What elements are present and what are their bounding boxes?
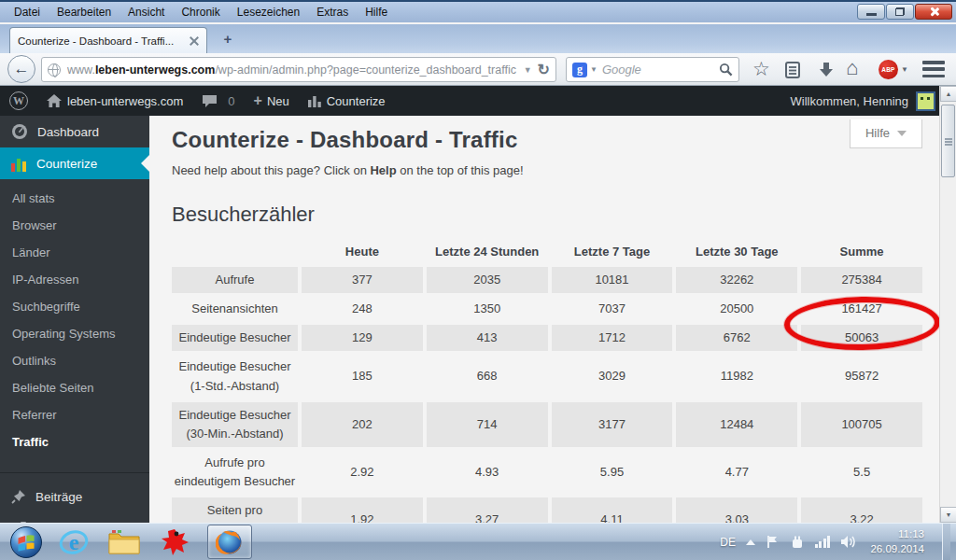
vertical-scrollbar[interactable]: ▲ ▼ — [939, 86, 956, 523]
counterize-adminbar-menu[interactable]: Counterize — [299, 86, 395, 116]
new-content-menu[interactable]: +Neu — [245, 86, 299, 116]
volume-icon[interactable] — [840, 535, 856, 549]
table-row: Seitenansichten2481350703720500161427 — [172, 296, 922, 322]
help-dropdown-button[interactable]: Hilfe — [850, 119, 922, 148]
submenu-item-operating-systems[interactable]: Operating Systems — [0, 320, 149, 347]
sidebar-item-media[interactable]: Medien — [0, 512, 149, 523]
stat-cell: 248 — [302, 296, 423, 322]
submenu-item-browser[interactable]: Browser — [0, 212, 149, 239]
close-icon — [929, 7, 939, 17]
adminbar-account-menu[interactable]: Willkommen, Henning — [791, 91, 956, 111]
restore-button[interactable] — [886, 4, 914, 20]
bookmark-star-icon[interactable]: ☆ — [752, 58, 770, 80]
stat-cell: 1350 — [427, 296, 548, 322]
submenu-item-outlinks[interactable]: Outlinks — [0, 347, 149, 374]
search-placeholder: Google — [602, 63, 719, 77]
plus-icon: + — [254, 92, 262, 109]
home-icon — [47, 94, 62, 108]
firefox-titlebar-menubar: DateiBearbeitenAnsichtChronikLesezeichen… — [0, 0, 956, 22]
dashboard-gauge-icon — [11, 123, 28, 140]
stat-cell: 3177 — [552, 402, 673, 447]
stat-cell: 3.03 — [676, 497, 797, 523]
scroll-up-icon[interactable]: ▲ — [940, 86, 956, 102]
network-signal-icon[interactable] — [815, 536, 831, 548]
stat-cell: 275384 — [801, 267, 922, 293]
search-input[interactable]: g ▼ Google — [566, 57, 739, 82]
sidebar-item-posts[interactable]: Beiträge — [0, 481, 149, 512]
language-indicator[interactable]: DE — [720, 536, 736, 549]
stat-cell: 3.22 — [801, 497, 922, 523]
minimize-button[interactable] — [857, 4, 885, 20]
reload-icon[interactable]: ↻ — [538, 61, 550, 78]
url-bar[interactable]: www.leben-unterwegs.com/wp-admin/admin.p… — [41, 57, 556, 82]
red-app-icon[interactable] — [155, 525, 194, 560]
close-button[interactable] — [915, 4, 952, 20]
file-explorer-icon[interactable] — [105, 525, 144, 560]
show-desktop-button[interactable] — [942, 524, 950, 560]
menu-bearbeiten[interactable]: Bearbeiten — [49, 3, 120, 21]
scrollbar-thumb[interactable] — [941, 105, 955, 177]
power-plug-icon[interactable] — [790, 535, 805, 550]
new-tab-button[interactable]: + — [217, 32, 239, 48]
submenu-item-suchbegriffe[interactable]: Suchbegriffe — [0, 293, 149, 320]
stat-cell: 1.92 — [302, 497, 423, 523]
submenu-item-l-nder[interactable]: Länder — [0, 239, 149, 266]
submenu-item-referrer[interactable]: Referrer — [0, 401, 149, 428]
start-button[interactable] — [9, 525, 43, 559]
scroll-down-icon[interactable]: ▼ — [940, 507, 956, 523]
close-tab-icon[interactable] — [190, 36, 199, 46]
visitor-stats-table: HeuteLetzte 24 StundenLetzte 7 TageLetzt… — [168, 236, 926, 523]
wp-admin-sidebar: Dashboard Counterize All statsBrowserLän… — [0, 116, 149, 523]
sidebar-item-counterize[interactable]: Counterize — [0, 147, 149, 179]
adblock-plus-icon[interactable]: ABP — [879, 60, 898, 79]
internet-explorer-icon[interactable]: e — [54, 525, 93, 560]
back-button[interactable]: ← — [7, 55, 35, 83]
downloads-icon[interactable] — [818, 63, 835, 78]
window-controls — [857, 4, 952, 20]
browser-tab[interactable]: Counterize - Dashboard - Traffi... — [9, 27, 207, 53]
row-label: Aufrufe — [172, 267, 298, 293]
menu-extras[interactable]: Extras — [308, 3, 357, 21]
stat-cell: 2035 — [427, 267, 548, 293]
home-icon[interactable]: ⌂ — [846, 58, 858, 78]
menu-lesezeichen[interactable]: Lesezeichen — [229, 3, 308, 21]
submenu-item-traffic[interactable]: Traffic — [0, 428, 149, 455]
engine-dropdown-icon[interactable]: ▼ — [590, 65, 598, 74]
tab-strip: Counterize - Dashboard - Traffi... + — [0, 24, 956, 53]
stat-cell: 3.27 — [427, 497, 548, 523]
comments-menu[interactable]: 0 — [192, 86, 244, 116]
site-identity-icon[interactable] — [48, 63, 61, 77]
bar-chart-icon — [308, 94, 321, 107]
sidebar-item-dashboard[interactable]: Dashboard — [0, 116, 149, 147]
counterize-bars-icon — [11, 156, 27, 172]
taskbar-clock[interactable]: 11:13 26.09.2014 — [870, 527, 924, 556]
tray-expand-icon[interactable] — [746, 539, 755, 545]
search-icon[interactable] — [719, 63, 733, 77]
desktop-screen: DateiBearbeitenAnsichtChronikLesezeichen… — [0, 0, 956, 560]
menu-chronik[interactable]: Chronik — [173, 3, 228, 21]
wp-logo-menu[interactable]: W — [0, 86, 37, 116]
google-engine-icon[interactable]: g — [572, 63, 587, 77]
stat-cell: 2.92 — [302, 450, 423, 495]
action-center-flag-icon[interactable] — [766, 535, 780, 549]
table-row: Eindeutige Besucher (30-Min.-Abstand)202… — [172, 402, 922, 447]
submenu-item-beliebte-seiten[interactable]: Beliebte Seiten — [0, 374, 149, 401]
menu-datei[interactable]: Datei — [6, 3, 49, 21]
submenu-item-ip-adressen[interactable]: IP-Adressen — [0, 266, 149, 293]
submenu-item-all-stats[interactable]: All stats — [0, 185, 149, 212]
firefox-taskbar-button[interactable] — [207, 525, 252, 559]
row-label: Seitenansichten — [172, 296, 298, 322]
menu-hilfe[interactable]: Hilfe — [357, 3, 396, 21]
site-name-menu[interactable]: leben-unterwegs.com — [37, 86, 192, 116]
menu-ansicht[interactable]: Ansicht — [120, 3, 173, 21]
stat-cell: 4.93 — [427, 450, 548, 495]
stat-cell: 12484 — [676, 402, 797, 447]
wp-admin-bar: W leben-unterwegs.com 0 +Neu Counterize … — [0, 86, 956, 116]
url-text[interactable]: www.leben-unterwegs.com/wp-admin/admin.p… — [67, 63, 520, 77]
hamburger-menu-icon[interactable] — [922, 61, 945, 77]
url-dropdown-icon[interactable]: ▼ — [524, 65, 532, 75]
counterize-submenu: All statsBrowserLänderIP-AdressenSuchbeg… — [0, 179, 149, 463]
bookmarks-menu-icon[interactable] — [784, 62, 801, 78]
abp-dropdown-icon[interactable]: ▼ — [901, 65, 908, 74]
stat-cell: 100705 — [801, 402, 922, 447]
